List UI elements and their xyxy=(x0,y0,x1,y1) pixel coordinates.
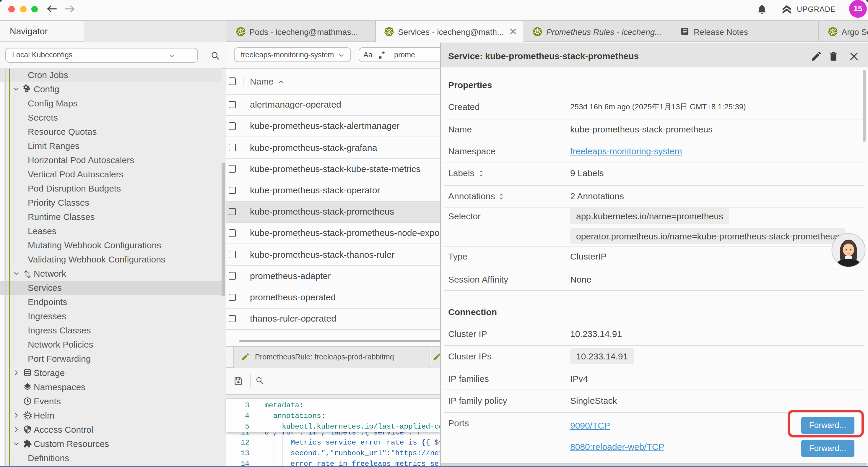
svg-text:*: * xyxy=(382,51,385,58)
